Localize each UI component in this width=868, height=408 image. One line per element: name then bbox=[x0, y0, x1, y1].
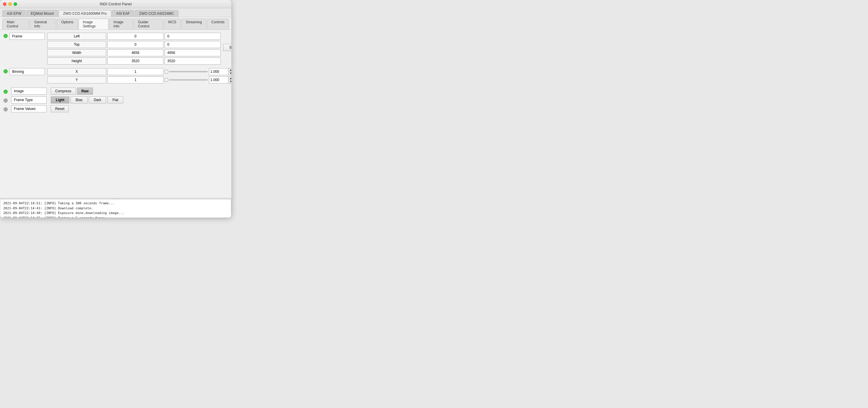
binning-indicator bbox=[4, 69, 8, 73]
light-button[interactable]: Light bbox=[51, 96, 69, 103]
image-label: Image bbox=[11, 88, 46, 95]
frame-values-section: Frame Values Reset bbox=[4, 105, 228, 112]
tab-wcs[interactable]: WCS bbox=[164, 19, 181, 30]
frame-row-width: Width 4656 bbox=[47, 49, 221, 56]
height-field-input[interactable] bbox=[165, 58, 221, 65]
flat-button[interactable]: Flat bbox=[107, 96, 123, 103]
frame-values-indicator bbox=[4, 107, 8, 111]
log-area: 2021-09-04T22:14:51: [INFO] Taking a 300… bbox=[0, 199, 231, 217]
x-spinner-arrows: ▲ ▼ bbox=[228, 68, 231, 75]
tab-zwo-ccd-asi224mc[interactable]: ZWO CCD ASI224MC bbox=[135, 10, 179, 17]
frame-type-indicator bbox=[4, 98, 8, 103]
binning-section: Binning X 1 ▲ ▼ Y bbox=[4, 68, 228, 85]
x-field-label: X bbox=[47, 68, 106, 75]
tab-streaming[interactable]: Streaming bbox=[181, 19, 207, 30]
y-slider-container bbox=[165, 78, 208, 82]
frame-set-button[interactable]: Set bbox=[223, 44, 231, 51]
height-field-value: 3520 bbox=[107, 58, 163, 65]
log-line-1: 2021-09-04T22:14:51: [INFO] Taking a 300… bbox=[3, 201, 228, 206]
top-field-label: Top bbox=[47, 41, 106, 48]
frame-section: Frame Left 0 Top 0 Width 4656 Heigh bbox=[4, 33, 228, 66]
tab-zwo-ccd-asi1600mm-pro[interactable]: ZWO CCD ASI1600MM Pro bbox=[59, 10, 111, 17]
left-field-input[interactable] bbox=[165, 33, 221, 40]
x-slider-track[interactable] bbox=[169, 71, 208, 72]
top-field-value: 0 bbox=[107, 41, 163, 48]
width-field-label: Width bbox=[47, 49, 106, 56]
image-buttons: Compress Raw bbox=[51, 88, 93, 95]
binning-row-x: X 1 ▲ ▼ bbox=[47, 68, 231, 75]
x-spinner-input[interactable] bbox=[209, 68, 228, 75]
left-field-value: 0 bbox=[107, 33, 163, 40]
compress-button[interactable]: Compress bbox=[51, 88, 76, 95]
x-spinner-up[interactable]: ▲ bbox=[228, 68, 231, 72]
x-spinner: ▲ ▼ bbox=[209, 68, 231, 75]
y-spinner: ▲ ▼ bbox=[209, 76, 231, 83]
left-field-label: Left bbox=[47, 33, 106, 40]
device-tabs: ASI EFW EQMod Mount ZWO CCD ASI1600MM Pr… bbox=[0, 8, 231, 17]
width-field-input[interactable] bbox=[165, 49, 221, 56]
tab-guider-control[interactable]: Guider Control bbox=[134, 19, 163, 30]
log-line-2: 2021-09-04T22:14:41: [INFO] Download com… bbox=[3, 206, 228, 211]
tab-image-info[interactable]: Image Info bbox=[109, 19, 133, 30]
tab-image-settings[interactable]: Image Settings bbox=[79, 19, 108, 30]
log-line-3: 2021-09-04T22:14:40: [INFO] Exposure don… bbox=[3, 211, 228, 216]
x-spinner-down[interactable]: ▼ bbox=[228, 72, 231, 75]
width-field-value: 4656 bbox=[107, 49, 163, 56]
frame-indicator bbox=[4, 34, 8, 38]
height-field-label: Height bbox=[47, 58, 106, 65]
dark-button[interactable]: Dark bbox=[89, 96, 106, 103]
window-controls bbox=[3, 2, 17, 6]
raw-button[interactable]: Raw bbox=[77, 88, 93, 95]
maximize-window-button[interactable] bbox=[13, 2, 17, 6]
binning-label: Binning bbox=[9, 68, 45, 75]
y-slider-checkbox[interactable] bbox=[165, 78, 168, 82]
top-field-input[interactable] bbox=[165, 41, 221, 48]
tab-main-control[interactable]: Main Control bbox=[2, 19, 29, 30]
image-section: Image Compress Raw bbox=[4, 88, 228, 95]
frame-row-left: Left 0 bbox=[47, 33, 221, 40]
frame-rows: Left 0 Top 0 Width 4656 Height 3520 bbox=[47, 33, 221, 66]
frame-label: Frame bbox=[9, 33, 45, 40]
resize-dots: • • • bbox=[113, 197, 119, 200]
frame-type-buttons: Light Bias Dark Flat bbox=[51, 96, 123, 103]
bias-button[interactable]: Bias bbox=[70, 96, 87, 103]
frame-row-top: Top 0 bbox=[47, 41, 221, 48]
tab-eqmod-mount[interactable]: EQMod Mount bbox=[26, 10, 58, 17]
frame-set-column: Set bbox=[223, 33, 231, 62]
frame-type-label: Frame Type bbox=[11, 96, 46, 103]
x-slider-checkbox[interactable] bbox=[165, 70, 168, 73]
title-bar: INDI Control Panel bbox=[0, 0, 231, 8]
tab-asi-efw[interactable]: ASI EFW bbox=[2, 10, 26, 17]
tab-asi-eaf[interactable]: ASI EAF bbox=[112, 10, 134, 17]
frame-type-section: Frame Type Light Bias Dark Flat bbox=[4, 96, 228, 103]
window-title: INDI Control Panel bbox=[100, 2, 132, 6]
image-settings-panel: Frame Left 0 Top 0 Width 4656 Heigh bbox=[0, 30, 231, 198]
section-tabs: Main Control General Info Options Image … bbox=[0, 17, 231, 30]
y-spinner-down[interactable]: ▼ bbox=[228, 80, 231, 83]
x-field-value: 1 bbox=[107, 68, 163, 75]
tab-options[interactable]: Options bbox=[57, 19, 78, 30]
reset-button[interactable]: Reset bbox=[51, 105, 69, 112]
y-spinner-up[interactable]: ▲ bbox=[228, 77, 231, 80]
x-slider-container bbox=[165, 70, 208, 73]
y-field-label: Y bbox=[47, 76, 106, 83]
close-window-button[interactable] bbox=[3, 2, 6, 6]
tab-controls[interactable]: Controls bbox=[207, 19, 229, 30]
y-slider-track[interactable] bbox=[169, 79, 208, 80]
image-indicator bbox=[4, 90, 8, 94]
y-spinner-input[interactable] bbox=[209, 76, 228, 83]
log-line-4: 2021-09-04T22:14:35: [INFO] Taking a 5 s… bbox=[3, 216, 228, 218]
frame-values-label: Frame Values bbox=[11, 105, 46, 112]
binning-row-y: Y 1 ▲ ▼ bbox=[47, 76, 231, 83]
y-spinner-arrows: ▲ ▼ bbox=[228, 76, 231, 83]
minimize-window-button[interactable] bbox=[8, 2, 12, 6]
frame-row-height: Height 3520 bbox=[47, 58, 221, 65]
tab-general-info[interactable]: General Info bbox=[30, 19, 56, 30]
binning-rows: X 1 ▲ ▼ Y 1 bbox=[47, 68, 231, 84]
y-field-value: 1 bbox=[107, 76, 163, 83]
